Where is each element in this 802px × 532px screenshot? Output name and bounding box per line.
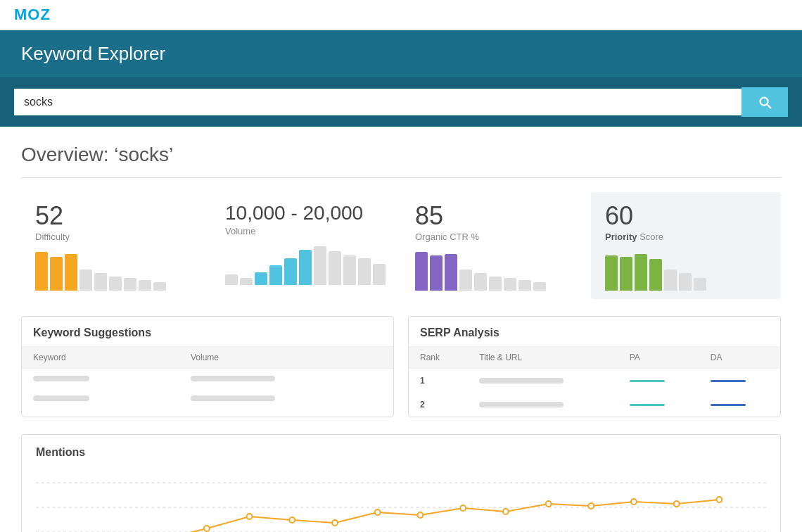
bar bbox=[50, 257, 63, 291]
priority-score-chart bbox=[605, 252, 767, 291]
serp-analysis-panel: SERP Analysis Rank Title & URL PA DA 1 bbox=[408, 316, 781, 417]
col-pa: PA bbox=[618, 347, 699, 369]
keyword-suggestions-table: Keyword Volume bbox=[22, 346, 393, 408]
table-row: 2 bbox=[409, 393, 780, 417]
pa-cell bbox=[618, 393, 699, 417]
col-rank: Rank bbox=[409, 347, 468, 369]
mentions-title: Mentions bbox=[36, 446, 766, 459]
svg-point-15 bbox=[546, 501, 552, 507]
mentions-chart bbox=[36, 469, 766, 532]
panels-row: Keyword Suggestions Keyword Volume bbox=[21, 316, 781, 417]
da-bar bbox=[711, 380, 746, 382]
bar bbox=[240, 278, 253, 285]
bar bbox=[255, 272, 267, 285]
svg-point-18 bbox=[674, 501, 680, 507]
placeholder-text bbox=[479, 378, 564, 384]
search-input[interactable] bbox=[14, 89, 741, 115]
bar bbox=[679, 273, 692, 291]
bar bbox=[153, 282, 166, 291]
svg-point-12 bbox=[418, 512, 424, 518]
search-bar bbox=[0, 77, 802, 127]
bar bbox=[109, 277, 122, 291]
bar bbox=[474, 273, 487, 291]
top-bar: MOZ bbox=[0, 0, 802, 30]
bar bbox=[79, 270, 92, 291]
bar bbox=[664, 270, 677, 291]
col-volume: Volume bbox=[179, 347, 393, 369]
priority-label-bold: Priority bbox=[605, 232, 637, 242]
svg-point-11 bbox=[375, 509, 381, 515]
bar bbox=[314, 246, 326, 285]
title-url-cell bbox=[468, 369, 618, 393]
mentions-panel: Mentions bbox=[21, 434, 781, 532]
difficulty-chart bbox=[35, 252, 197, 291]
priority-score-label: Priority Score bbox=[605, 232, 767, 242]
organic-ctr-value: 85 bbox=[415, 203, 577, 229]
svg-point-7 bbox=[204, 526, 210, 531]
pa-bar bbox=[630, 380, 665, 382]
svg-point-14 bbox=[503, 509, 509, 514]
svg-point-19 bbox=[716, 497, 722, 502]
bar bbox=[620, 257, 632, 291]
keyword-cell bbox=[22, 388, 179, 408]
metric-priority-score: 60 Priority Score bbox=[591, 192, 781, 299]
bar bbox=[533, 282, 546, 291]
metric-volume: 10,000 - 20,000 Volume bbox=[211, 192, 401, 299]
placeholder-text bbox=[479, 402, 564, 407]
overview-title: Overview: ‘socks’ bbox=[21, 144, 781, 166]
bar bbox=[518, 280, 531, 291]
page-header: Keyword Explorer bbox=[0, 30, 802, 77]
bar bbox=[373, 264, 386, 285]
search-button[interactable] bbox=[741, 87, 788, 117]
bar bbox=[65, 254, 77, 291]
serp-analysis-table: Rank Title & URL PA DA 1 bbox=[409, 346, 780, 417]
col-da: DA bbox=[699, 347, 780, 369]
bar bbox=[605, 255, 618, 291]
rank-cell: 2 bbox=[409, 393, 468, 417]
bar bbox=[694, 278, 706, 291]
bar bbox=[358, 258, 371, 285]
table-header-row: Rank Title & URL PA DA bbox=[409, 347, 780, 369]
bar bbox=[430, 255, 443, 291]
metrics-row: 52 Difficulty 10,000 - 20,000 Volume bbox=[21, 192, 781, 299]
da-bar bbox=[711, 404, 746, 406]
svg-point-10 bbox=[332, 520, 338, 526]
bar bbox=[649, 259, 662, 291]
keyword-suggestions-title: Keyword Suggestions bbox=[22, 317, 393, 346]
search-icon bbox=[757, 94, 772, 110]
volume-label: Volume bbox=[225, 226, 387, 236]
svg-point-9 bbox=[289, 517, 295, 523]
bar bbox=[139, 280, 151, 291]
col-title-url: Title & URL bbox=[468, 347, 618, 369]
pa-cell bbox=[618, 369, 699, 393]
svg-point-13 bbox=[460, 505, 466, 511]
page-title: Keyword Explorer bbox=[21, 43, 781, 65]
difficulty-value: 52 bbox=[35, 203, 197, 229]
bar bbox=[489, 277, 502, 291]
bar bbox=[299, 250, 312, 285]
metric-difficulty: 52 Difficulty bbox=[21, 192, 211, 299]
table-row bbox=[22, 369, 393, 389]
bar bbox=[269, 265, 282, 285]
da-cell bbox=[699, 369, 780, 393]
bar bbox=[459, 270, 472, 291]
title-url-cell bbox=[468, 393, 618, 417]
bar bbox=[329, 251, 341, 285]
keyword-cell bbox=[22, 369, 179, 389]
col-keyword: Keyword bbox=[22, 347, 179, 369]
bar bbox=[94, 273, 107, 291]
svg-point-16 bbox=[588, 503, 594, 509]
placeholder-text bbox=[33, 376, 89, 381]
bar bbox=[343, 255, 356, 285]
bar bbox=[504, 278, 516, 291]
metric-organic-ctr: 85 Organic CTR % bbox=[401, 192, 591, 299]
table-row bbox=[22, 388, 393, 408]
da-cell bbox=[699, 393, 780, 417]
bar bbox=[415, 252, 428, 291]
volume-value: 10,000 - 20,000 bbox=[225, 203, 387, 223]
organic-ctr-chart bbox=[415, 252, 577, 291]
table-row: 1 bbox=[409, 369, 780, 393]
volume-cell bbox=[179, 388, 393, 408]
bar bbox=[35, 252, 48, 291]
keyword-suggestions-panel: Keyword Suggestions Keyword Volume bbox=[21, 316, 394, 417]
